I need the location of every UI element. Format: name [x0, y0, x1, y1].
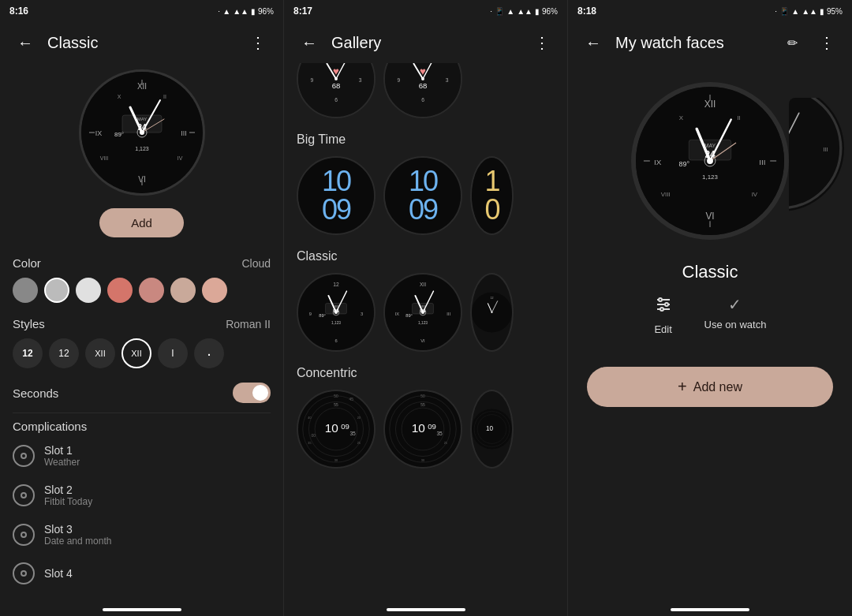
- status-icons-left: ⋅ ▲ ▲▲ ▮ 96%: [218, 7, 274, 16]
- svg-text:9: 9: [309, 312, 312, 316]
- seconds-row: Seconds: [0, 376, 283, 413]
- svg-text:55: 55: [420, 403, 425, 407]
- add-button[interactable]: Add: [99, 208, 184, 237]
- svg-point-145: [660, 308, 663, 311]
- styles-label: Styles: [13, 317, 45, 330]
- color-coral[interactable]: [107, 278, 133, 303]
- svg-text:MAY: MAY: [136, 117, 147, 121]
- classic-watch-2[interactable]: XII III IX VI SEP 04 89° 1,123: [383, 273, 462, 352]
- wifi-icon: ▲: [222, 7, 230, 16]
- style-12-thin[interactable]: 12: [49, 338, 79, 368]
- concentric-title: Concentric: [284, 355, 567, 386]
- color-gray[interactable]: [13, 278, 38, 303]
- top-watch-1[interactable]: 12 3 9 6 ♥ 68: [297, 63, 376, 118]
- style-dot[interactable]: ·: [194, 338, 224, 368]
- styles-section-header: Styles Roman II: [0, 311, 283, 334]
- color-dusty-rose[interactable]: [170, 278, 196, 303]
- svg-point-33: [334, 77, 338, 80]
- svg-text:XII: XII: [420, 282, 426, 287]
- svg-text:MAY: MAY: [704, 143, 716, 148]
- slot-2-text: Slot 2 Fitbit Today: [44, 483, 92, 507]
- use-on-watch-button[interactable]: ✓ Use on watch: [704, 295, 767, 335]
- top-watch-2[interactable]: 12 3 9 6 ♥ 68: [383, 63, 462, 118]
- concentric-watch-3[interactable]: 10: [470, 390, 514, 469]
- svg-text:3: 3: [361, 312, 363, 316]
- style-xii-thin[interactable]: XII: [85, 338, 115, 368]
- concentric-watch-2[interactable]: 50 55 10 09 35 30 25: [383, 390, 462, 469]
- status-icons-center: ⋅ 📱 ▲ ▲▲ ▮ 96%: [490, 7, 558, 16]
- svg-text:50: 50: [334, 394, 338, 398]
- color-row: [0, 273, 283, 311]
- svg-text:68: 68: [419, 81, 428, 90]
- slot-1-value: Weather: [44, 457, 80, 468]
- more-button-right[interactable]: ⋮: [814, 30, 839, 55]
- svg-text:6: 6: [421, 97, 424, 103]
- add-icon: +: [678, 378, 687, 396]
- svg-text:VI: VI: [705, 211, 714, 222]
- svg-text:IV: IV: [177, 155, 182, 161]
- style-12-bold[interactable]: 12: [13, 338, 43, 368]
- svg-text:II: II: [737, 114, 740, 121]
- svg-text:10: 10: [412, 421, 425, 435]
- back-button-right[interactable]: ←: [581, 30, 606, 55]
- svg-text:12: 12: [420, 63, 427, 64]
- svg-point-143: [659, 298, 662, 301]
- watch-preview: XII III VI IX X II IV VIII MAY: [0, 63, 283, 205]
- svg-point-72: [421, 311, 424, 314]
- classic-watch-3[interactable]: 12: [470, 273, 514, 352]
- seconds-toggle[interactable]: [233, 383, 271, 403]
- svg-text:10: 10: [325, 421, 338, 435]
- panel-left: 8:16 ⋅ ▲ ▲▲ ▮ 96% ← Classic ⋮ XII III VI…: [0, 0, 284, 616]
- svg-text:IX: IX: [395, 312, 400, 316]
- gallery-scroll[interactable]: 12 3 9 6 ♥ 68 12 3 9 6: [284, 63, 567, 616]
- back-button-left[interactable]: ←: [13, 30, 38, 55]
- slot-2-item[interactable]: Slot 2 Fitbit Today: [0, 476, 283, 515]
- svg-text:89°: 89°: [114, 131, 123, 138]
- color-peach[interactable]: [202, 278, 227, 303]
- nav-title-center: Gallery: [331, 34, 520, 52]
- color-value: Cloud: [241, 257, 271, 270]
- more-button-center[interactable]: ⋮: [529, 30, 555, 55]
- svg-text:6: 6: [334, 97, 338, 103]
- svg-text:25: 25: [357, 442, 361, 445]
- color-salmon[interactable]: [139, 278, 164, 303]
- status-bar-right: 8:18 ⋅ 📱 ▲ ▲▲ ▮ 95%: [568, 0, 852, 22]
- svg-text:VIII: VIII: [99, 155, 108, 161]
- home-bar-right: [671, 608, 749, 611]
- center-wifi-icon: ▲: [506, 7, 514, 16]
- concentric-watch-1[interactable]: 50 45 00 55 10 09 35 30 25 20 40 35: [297, 390, 376, 469]
- edit-button[interactable]: Edit: [654, 295, 673, 335]
- svg-text:68: 68: [332, 81, 341, 90]
- bigtime-watch-2[interactable]: 10 09: [383, 156, 462, 235]
- style-row: 12 12 XII XII I ·: [0, 334, 283, 376]
- slot-1-icon: [13, 445, 35, 467]
- slot-3-item[interactable]: Slot 3 Date and month: [0, 515, 283, 554]
- svg-text:20: 20: [357, 416, 361, 420]
- slot-4-item[interactable]: Slot 4: [0, 554, 283, 592]
- seconds-label: Seconds: [13, 386, 58, 400]
- svg-text:50: 50: [420, 394, 425, 398]
- style-i[interactable]: I: [158, 338, 188, 368]
- right-wifi-icon: ▲: [791, 7, 799, 16]
- slot-2-icon: [13, 484, 35, 506]
- color-light-gray[interactable]: [44, 278, 69, 303]
- pencil-button-right[interactable]: ✏: [779, 30, 805, 55]
- toggle-knob: [252, 385, 268, 401]
- back-button-center[interactable]: ←: [297, 30, 322, 55]
- check-icon: ✓: [728, 295, 742, 314]
- status-icons-right: ⋅ 📱 ▲ ▲▲ ▮ 95%: [775, 7, 843, 16]
- bigtime-watch-3[interactable]: 1 0: [470, 156, 514, 235]
- svg-text:9: 9: [397, 77, 400, 83]
- bigtime-watch-1[interactable]: 10 09: [297, 156, 376, 235]
- style-xii-circle[interactable]: XII: [121, 338, 151, 368]
- svg-text:6: 6: [334, 338, 337, 343]
- more-button-left[interactable]: ⋮: [245, 30, 271, 55]
- edit-sliders-icon: [654, 295, 673, 319]
- classic-watch-1[interactable]: 12 3 9 6 SEP 04 89° 1,123: [297, 273, 376, 352]
- slot-1-item[interactable]: Slot 1 Weather: [0, 436, 283, 476]
- color-white[interactable]: [76, 278, 101, 303]
- svg-text:X: X: [117, 94, 121, 99]
- add-new-button[interactable]: + Add new: [587, 367, 833, 407]
- battery-pct-center: 96%: [542, 7, 558, 16]
- slot-2-value: Fitbit Today: [44, 496, 92, 507]
